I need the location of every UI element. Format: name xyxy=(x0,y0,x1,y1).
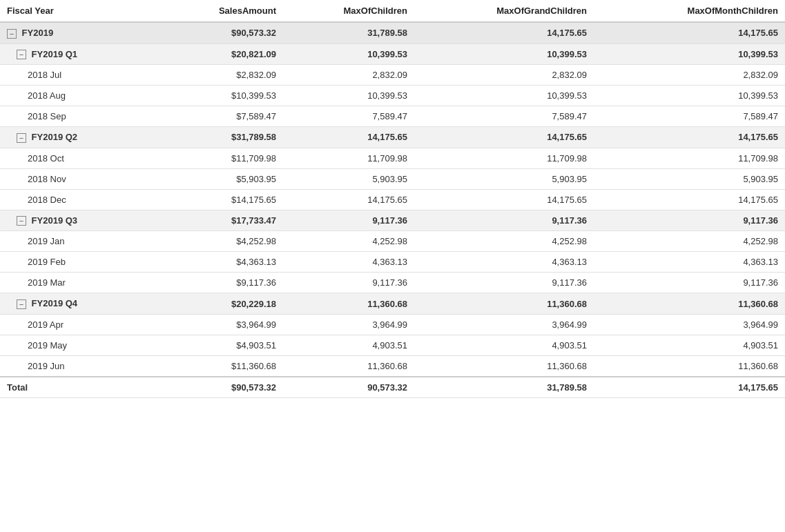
row-label: FY2019 Q3 xyxy=(29,215,77,226)
row-label: FY2019 xyxy=(19,28,53,38)
cell-max-month-children: 10,399.53 xyxy=(594,86,785,106)
table-row: 2019 Mar$9,117.369,117.369,117.369,117.3… xyxy=(0,273,785,293)
cell-max-grand-children: 11,360.68 xyxy=(414,293,594,315)
table-row: 2018 Oct$11,709.9811,709.9811,709.9811,7… xyxy=(0,148,785,168)
cell-max-month-children: 4,363.13 xyxy=(594,252,785,273)
cell-sales-amount: $14,175.65 xyxy=(152,189,283,210)
cell-max-grand-children: 2,832.09 xyxy=(414,65,594,86)
cell-max-month-children: 14,175.65 xyxy=(594,377,785,398)
cell-sales-amount: $90,573.32 xyxy=(152,22,283,43)
cell-max-month-children: 10,399.53 xyxy=(594,43,785,65)
row-label: 2018 Aug xyxy=(0,86,152,106)
table-row: − FY2019 Q1$20,821.0910,399.5310,399.531… xyxy=(0,43,785,65)
cell-max-grand-children: 10,399.53 xyxy=(414,86,594,106)
cell-max-children: 3,964.99 xyxy=(283,314,414,335)
cell-max-month-children: 2,832.09 xyxy=(594,65,785,86)
row-label: 2019 Feb xyxy=(0,252,152,273)
cell-sales-amount: $31,789.58 xyxy=(152,127,283,148)
cell-max-grand-children: 7,589.47 xyxy=(414,106,594,127)
row-label: 2018 Jul xyxy=(0,65,152,86)
cell-sales-amount: $5,903.95 xyxy=(152,168,283,189)
cell-max-grand-children: 14,175.65 xyxy=(414,189,594,210)
cell-fiscal-year[interactable]: − FY2019 Q1 xyxy=(0,43,152,65)
cell-max-grand-children: 31,789.58 xyxy=(414,377,594,398)
cell-max-month-children: 5,903.95 xyxy=(594,168,785,189)
cell-sales-amount: $20,821.09 xyxy=(152,43,283,65)
cell-max-month-children: 14,175.65 xyxy=(594,127,785,148)
cell-sales-amount: $17,733.47 xyxy=(152,210,283,231)
cell-max-month-children: 11,360.68 xyxy=(594,293,785,315)
row-label: FY2019 Q2 xyxy=(29,132,77,142)
cell-sales-amount: $11,360.68 xyxy=(152,355,283,377)
cell-fiscal-year[interactable]: − FY2019 xyxy=(0,22,152,43)
cell-max-children: 7,589.47 xyxy=(283,106,414,127)
table-row: − FY2019 Q2$31,789.5814,175.6514,175.651… xyxy=(0,127,785,148)
header-row: Fiscal Year SalesAmount MaxOfChildren Ma… xyxy=(0,0,785,22)
cell-sales-amount: $3,964.99 xyxy=(152,314,283,335)
cell-max-grand-children: 11,709.98 xyxy=(414,148,594,168)
cell-max-children: 10,399.53 xyxy=(283,43,414,65)
table-row: Total$90,573.3290,573.3231,789.5814,175.… xyxy=(0,377,785,398)
cell-max-children: 90,573.32 xyxy=(283,377,414,398)
cell-max-grand-children: 14,175.65 xyxy=(414,22,594,43)
cell-sales-amount: $10,399.53 xyxy=(152,86,283,106)
cell-fiscal-year[interactable]: − FY2019 Q4 xyxy=(0,293,152,315)
cell-sales-amount: $2,832.09 xyxy=(152,65,283,86)
cell-max-children: 5,903.95 xyxy=(283,168,414,189)
cell-max-grand-children: 10,399.53 xyxy=(414,43,594,65)
cell-max-grand-children: 9,117.36 xyxy=(414,273,594,293)
data-table-container: Fiscal Year SalesAmount MaxOfChildren Ma… xyxy=(0,0,785,532)
cell-max-children: 9,117.36 xyxy=(283,210,414,231)
cell-max-children: 9,117.36 xyxy=(283,273,414,293)
cell-sales-amount: $20,229.18 xyxy=(152,293,283,315)
cell-max-grand-children: 4,363.13 xyxy=(414,252,594,273)
table-row: − FY2019 Q4$20,229.1811,360.6811,360.681… xyxy=(0,293,785,315)
row-label: 2018 Oct xyxy=(0,148,152,168)
cell-max-month-children: 14,175.65 xyxy=(594,22,785,43)
header-max-children: MaxOfChildren xyxy=(283,0,414,22)
cell-max-grand-children: 5,903.95 xyxy=(414,168,594,189)
table-row: − FY2019$90,573.3231,789.5814,175.6514,1… xyxy=(0,22,785,43)
cell-max-month-children: 11,360.68 xyxy=(594,355,785,377)
collapse-icon[interactable]: − xyxy=(7,29,17,39)
cell-max-grand-children: 11,360.68 xyxy=(414,355,594,377)
row-label: 2018 Nov xyxy=(0,168,152,189)
row-label: 2018 Dec xyxy=(0,189,152,210)
cell-fiscal-year[interactable]: − FY2019 Q3 xyxy=(0,210,152,231)
cell-max-grand-children: 4,252.98 xyxy=(414,231,594,252)
cell-max-children: 2,832.09 xyxy=(283,65,414,86)
cell-max-month-children: 14,175.65 xyxy=(594,189,785,210)
header-fiscal-year: Fiscal Year xyxy=(0,0,152,22)
cell-sales-amount: $4,252.98 xyxy=(152,231,283,252)
row-label: 2018 Sep xyxy=(0,106,152,127)
cell-sales-amount: $4,363.13 xyxy=(152,252,283,273)
cell-max-children: 11,360.68 xyxy=(283,293,414,315)
cell-max-month-children: 9,117.36 xyxy=(594,273,785,293)
cell-max-children: 10,399.53 xyxy=(283,86,414,106)
table-row: 2018 Jul$2,832.092,832.092,832.092,832.0… xyxy=(0,65,785,86)
row-label: 2019 Mar xyxy=(0,273,152,293)
cell-max-month-children: 7,589.47 xyxy=(594,106,785,127)
collapse-icon[interactable]: − xyxy=(17,299,26,309)
cell-sales-amount: $7,589.47 xyxy=(152,106,283,127)
cell-sales-amount: $11,709.98 xyxy=(152,148,283,168)
table-row: 2018 Dec$14,175.6514,175.6514,175.6514,1… xyxy=(0,189,785,210)
table-row: 2019 Apr$3,964.993,964.993,964.993,964.9… xyxy=(0,314,785,335)
cell-max-grand-children: 9,117.36 xyxy=(414,210,594,231)
pivot-table: Fiscal Year SalesAmount MaxOfChildren Ma… xyxy=(0,0,785,398)
table-row: − FY2019 Q3$17,733.479,117.369,117.369,1… xyxy=(0,210,785,231)
cell-max-children: 14,175.65 xyxy=(283,189,414,210)
row-label: Total xyxy=(7,382,28,393)
cell-sales-amount: $4,903.51 xyxy=(152,335,283,355)
cell-max-children: 4,363.13 xyxy=(283,252,414,273)
cell-max-month-children: 3,964.99 xyxy=(594,314,785,335)
cell-sales-amount: $90,573.32 xyxy=(152,377,283,398)
collapse-icon[interactable]: − xyxy=(17,216,26,226)
cell-max-children: 11,709.98 xyxy=(283,148,414,168)
table-row: 2019 May$4,903.514,903.514,903.514,903.5… xyxy=(0,335,785,355)
collapse-icon[interactable]: − xyxy=(17,133,26,143)
cell-max-grand-children: 4,903.51 xyxy=(414,335,594,355)
cell-max-grand-children: 3,964.99 xyxy=(414,314,594,335)
collapse-icon[interactable]: − xyxy=(17,50,26,59)
cell-fiscal-year[interactable]: − FY2019 Q2 xyxy=(0,127,152,148)
